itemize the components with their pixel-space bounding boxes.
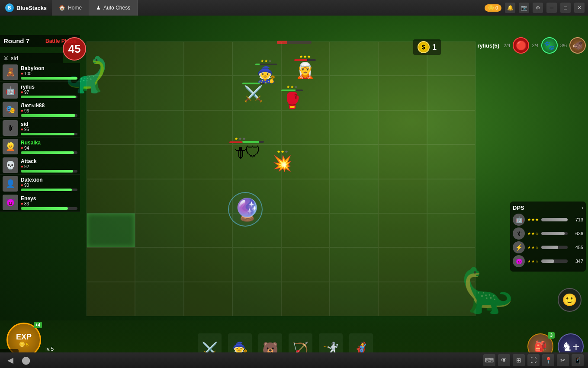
auto-chess-tab-icon: ♟ (96, 5, 101, 11)
chess-cell (135, 42, 183, 76)
player-hp-fill (21, 114, 75, 117)
chess-cell (135, 213, 183, 247)
player-row-ryilus: 🤖 ryilus ♥ 97 (0, 82, 80, 100)
chess-cell-highlight (87, 213, 135, 247)
taskbar-right-icons: ⌨ 👁 ⊞ ⛶ 📍 ✂ 📱 (483, 354, 584, 366)
player-name: Datexion (21, 177, 77, 183)
player-hp-fill (21, 77, 77, 80)
heart-icon: ♥ (21, 90, 23, 95)
chess-cell (330, 213, 378, 247)
player-row-sid: 🗡 sid ♥ 95 (0, 119, 80, 138)
sword-icon: ⚔ (3, 55, 9, 61)
auto-chess-tab-label: Auto Chess (103, 5, 130, 11)
tab-home[interactable]: 🏠 Home (52, 0, 89, 16)
chess-cell (87, 282, 135, 316)
board-piece-4: ★★★ 🥊 (281, 85, 303, 110)
player-hp-text: ♥ 83 (21, 202, 77, 206)
player-hp-bar (21, 189, 77, 191)
home-button[interactable]: ⬤ (20, 354, 32, 366)
chess-cell (281, 179, 330, 213)
player-name: Babyloon (21, 65, 77, 71)
chess-cell (184, 213, 232, 247)
chess-cell (184, 42, 232, 76)
dps-bar (541, 259, 554, 263)
hp-value: 94 (24, 146, 29, 150)
chess-cell (184, 179, 232, 213)
dps-avatar: ⚡ (513, 241, 525, 253)
dps-row-2: ⚡ ★★☆ 455 (513, 241, 583, 253)
gold-area: $ 1 (413, 39, 441, 55)
chess-cell (281, 213, 330, 247)
star-icon: ★ (531, 231, 535, 236)
purple-orb: 🔮 (234, 197, 260, 222)
player-hp-text: ♥ 92 (21, 164, 77, 169)
chess-cell (378, 76, 427, 110)
chess-cell (281, 110, 330, 144)
player-name: Attack (21, 158, 77, 164)
player-info: Eneys ♥ 83 (21, 195, 77, 210)
player-avatar: 🧸 (3, 64, 18, 80)
back-button[interactable]: ◀ (4, 354, 16, 366)
title-right-controls: 🪙 0 🔔 📷 ⚙ ─ □ ✕ (485, 3, 588, 13)
chess-cell (232, 247, 281, 282)
eye-icon-btn[interactable]: 👁 (498, 354, 510, 366)
star-icon: ★ (527, 245, 531, 250)
star-icon: ★ (527, 218, 531, 222)
dps-bar-container (541, 218, 568, 221)
exp-plus-badge: +4 (34, 322, 42, 328)
player-hp-fill (21, 96, 76, 98)
coin-amount: 0 (495, 5, 498, 10)
scissor-icon-btn[interactable]: ✂ (557, 354, 569, 366)
player-info: Datexion ♥ 90 (21, 177, 77, 191)
tab-auto-chess[interactable]: ♟ Auto Chess (89, 0, 138, 16)
star-icon: ☆ (535, 245, 539, 250)
player-hp-bar (21, 114, 77, 117)
player-row-attack: 💀 Attack ♥ 92 (0, 156, 80, 175)
settings-btn[interactable]: ⚙ (533, 3, 543, 13)
synergy-panel: rylius(5) 2/4 🔴 2/4 🐾 3/6 🐗 (478, 37, 586, 55)
notification-btn[interactable]: 🔔 (505, 3, 515, 13)
player-avatar: 🎭 (3, 102, 18, 117)
dps-arrow-icon[interactable]: › (581, 204, 583, 211)
heart-icon: ♥ (21, 146, 23, 150)
chess-cell (378, 213, 427, 247)
chess-cell (330, 282, 378, 316)
screenshot-btn[interactable]: 📷 (519, 3, 529, 13)
heart-icon: ♥ (21, 164, 23, 169)
chess-cell (135, 282, 183, 316)
dps-header: DPS › (513, 204, 583, 211)
title-bar: B BlueStacks 🏠 Home ♟ Auto Chess 🪙 0 🔔 📷… (0, 0, 588, 16)
chess-cell (87, 144, 135, 179)
synergy-icon-red: 🔴 (513, 37, 529, 54)
hp-value: 97 (24, 90, 29, 95)
star-icon: ★ (531, 245, 535, 250)
home-tab-label: Home (68, 5, 82, 11)
chess-cell (184, 282, 232, 316)
player-hp-bar (21, 207, 77, 210)
player-hp-bar (21, 170, 77, 173)
exp-label: EXP (16, 333, 32, 342)
minimize-btn[interactable]: ─ (546, 3, 557, 13)
player-info: Attack ♥ 92 (21, 158, 77, 173)
close-btn[interactable]: ✕ (574, 3, 585, 13)
keyboard-icon-btn[interactable]: ⌨ (483, 354, 495, 366)
dps-bar-container (541, 246, 568, 249)
heart-icon: ♥ (21, 183, 23, 188)
star-icon: ★ (527, 231, 531, 236)
board-piece-7: ★★★ 💥 (273, 150, 292, 173)
phone-icon-btn[interactable]: 📱 (572, 354, 584, 366)
player-row-babyloon: 🧸 Babyloon ♥ 100 (0, 63, 80, 82)
chat-button[interactable]: 🙂 (558, 288, 582, 312)
location-icon-btn[interactable]: 📍 (542, 354, 554, 366)
player-avatar: 🗡 (3, 120, 18, 136)
grid-icon-btn[interactable]: ⊞ (513, 354, 525, 366)
chess-cell (378, 247, 427, 282)
maximize-btn[interactable]: □ (560, 3, 571, 13)
fullscreen-icon-btn[interactable]: ⛶ (527, 354, 540, 366)
chess-cell (378, 282, 427, 316)
player-hp-fill (21, 133, 74, 135)
current-player-name: sid (11, 55, 18, 61)
chess-cell (330, 42, 378, 76)
shop-badge: 3 (548, 332, 555, 339)
level-label: lv.5 (45, 346, 54, 352)
